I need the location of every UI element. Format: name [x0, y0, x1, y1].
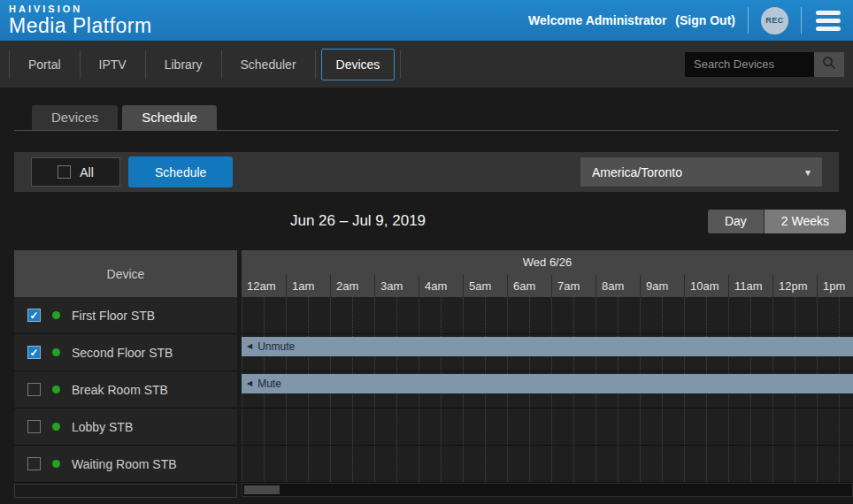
hour-label: 4am — [419, 275, 463, 297]
hour-label: 9am — [640, 275, 684, 297]
device-name: First Floor STB — [72, 309, 155, 323]
grid-cell[interactable] — [463, 297, 507, 333]
grid-cell[interactable] — [684, 409, 728, 445]
hour-label: 2am — [330, 275, 374, 297]
grid-cell[interactable] — [507, 297, 551, 333]
grid-cell[interactable] — [286, 446, 330, 482]
device-checkbox[interactable] — [27, 383, 41, 396]
search-icon — [822, 56, 836, 73]
grid-cell[interactable] — [640, 446, 684, 482]
grid-cell[interactable] — [640, 409, 684, 445]
main-nav: Portal IPTV Library Scheduler Devices — [0, 41, 853, 88]
grid-cell[interactable] — [330, 297, 374, 333]
grid-cell[interactable] — [463, 409, 507, 445]
continues-left-icon: ◀ — [247, 380, 252, 387]
hour-header-row: 12am1am2am3am4am5am6am7am8am9am10am11am1… — [242, 275, 853, 297]
grid-cell[interactable] — [374, 409, 419, 445]
grid-cell[interactable] — [507, 409, 551, 445]
grid-cell[interactable] — [419, 409, 463, 445]
grid-cell[interactable] — [817, 446, 853, 482]
grid-cell[interactable] — [551, 446, 596, 482]
grid-cell[interactable] — [330, 446, 374, 482]
select-all-toggle[interactable]: All — [31, 157, 120, 187]
header-divider — [801, 7, 802, 34]
welcome-text: Welcome Administrator — [528, 13, 666, 27]
schedule-button[interactable]: Schedule — [128, 157, 233, 187]
grid-cell[interactable] — [728, 409, 772, 445]
nav-item-scheduler[interactable]: Scheduler — [222, 50, 315, 80]
grid-cell[interactable] — [463, 446, 507, 482]
tab-devices[interactable]: Devices — [32, 105, 118, 130]
device-row[interactable]: ✓ First Floor STB — [14, 297, 237, 334]
event-label: Unmute — [257, 340, 295, 353]
device-name: Lobby STB — [72, 420, 133, 434]
grid-cell[interactable] — [728, 446, 772, 482]
grid-cell[interactable] — [772, 409, 817, 445]
grid-cell[interactable] — [286, 297, 330, 333]
grid-cell[interactable] — [596, 409, 640, 445]
grid-cell[interactable] — [286, 409, 330, 445]
device-row[interactable]: ✓ Second Floor STB — [14, 334, 237, 371]
view-button-2weeks[interactable]: 2 Weeks — [765, 210, 846, 233]
grid-cell[interactable] — [242, 446, 286, 482]
schedule-event-bar[interactable]: ◀ Unmute — [242, 337, 853, 356]
nav-item-devices[interactable]: Devices — [321, 49, 396, 80]
grid-cell[interactable] — [419, 297, 463, 333]
header-divider — [748, 7, 749, 34]
app-header: HAIVISION Media Platform Welcome Adminis… — [0, 0, 853, 41]
device-name: Second Floor STB — [72, 346, 173, 360]
schedule-event-bar[interactable]: ◀ Mute — [242, 374, 853, 393]
nav-divider — [315, 50, 316, 79]
grid-cell[interactable] — [419, 446, 463, 482]
grid-cell[interactable] — [817, 297, 853, 333]
grid-cell[interactable] — [507, 446, 551, 482]
grid-cell[interactable] — [772, 446, 817, 482]
online-status-icon — [52, 423, 60, 431]
timezone-select[interactable]: America/Toronto ▾ — [580, 157, 822, 187]
schedule-grid-row: ◀ Unmute — [242, 334, 853, 371]
grid-cell[interactable] — [728, 297, 772, 333]
device-checkbox[interactable] — [27, 420, 41, 433]
tab-schedule[interactable]: Schedule — [122, 105, 217, 130]
scrollbar-thumb[interactable] — [244, 485, 280, 494]
select-all-checkbox[interactable] — [58, 165, 71, 179]
grid-cell[interactable] — [551, 409, 596, 445]
device-row[interactable]: Lobby STB — [14, 409, 237, 446]
grid-cell[interactable] — [374, 446, 419, 482]
hamburger-menu-icon[interactable] — [814, 9, 842, 33]
schedule-grid-row: ◀ Mute — [242, 371, 853, 409]
search-button[interactable] — [814, 52, 844, 77]
grid-cell[interactable] — [772, 297, 817, 333]
device-checkbox[interactable]: ✓ — [27, 346, 41, 359]
schedule-grid-row: ◀ — [242, 297, 853, 334]
grid-cell[interactable] — [374, 297, 419, 333]
grid-cell[interactable] — [551, 297, 596, 333]
rec-button[interactable]: REC — [761, 7, 788, 34]
search-input[interactable] — [685, 52, 814, 77]
brand-line2: Media Platform — [9, 16, 152, 36]
device-checkbox[interactable] — [27, 457, 41, 470]
horizontal-scrollbar[interactable] — [242, 483, 853, 497]
hour-label: 1pm — [817, 275, 853, 297]
nav-item-library[interactable]: Library — [146, 50, 221, 80]
grid-cell[interactable] — [684, 446, 728, 482]
grid-cell[interactable] — [817, 409, 853, 445]
online-status-icon — [52, 311, 60, 319]
grid-cell[interactable] — [596, 297, 640, 333]
nav-item-portal[interactable]: Portal — [10, 50, 80, 80]
hour-label: 10am — [684, 275, 728, 297]
hour-label: 12pm — [772, 275, 817, 297]
nav-item-iptv[interactable]: IPTV — [81, 50, 145, 80]
sign-out-link[interactable]: (Sign Out) — [675, 13, 735, 27]
grid-cell[interactable] — [242, 409, 286, 445]
device-row[interactable]: Waiting Room STB — [14, 446, 237, 483]
view-button-day[interactable]: Day — [708, 210, 765, 233]
device-row[interactable]: Break Room STB — [14, 371, 237, 409]
device-checkbox[interactable]: ✓ — [27, 309, 41, 322]
grid-cell[interactable] — [596, 446, 640, 482]
online-status-icon — [52, 348, 60, 356]
grid-cell[interactable] — [330, 409, 374, 445]
grid-cell[interactable] — [640, 297, 684, 333]
grid-cell[interactable] — [242, 297, 286, 333]
grid-cell[interactable] — [684, 297, 728, 333]
